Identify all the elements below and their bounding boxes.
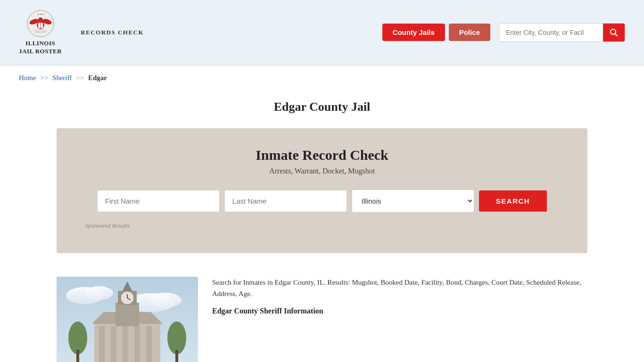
svg-point-2 (38, 17, 43, 22)
header: ★ ★ ★ ILLINOIS JAIL ROSTER RECORDS CHECK… (0, 0, 644, 66)
inmate-card-subtitle: Arrests, Warrant, Docket, Mugshot (85, 167, 559, 175)
svg-point-33 (167, 321, 186, 354)
page-title-area: Edgar County Jail (0, 90, 644, 119)
county-jails-button[interactable]: County Jails (382, 24, 445, 41)
main-nav: County Jails Police (382, 23, 625, 42)
records-check-link[interactable]: RECORDS CHECK (81, 29, 144, 36)
header-search-button[interactable] (603, 24, 625, 41)
svg-text:★ ★ ★: ★ ★ ★ (37, 13, 44, 16)
svg-rect-20 (134, 326, 140, 362)
inmate-search-button[interactable]: SEARCH (479, 190, 547, 212)
svg-point-31 (68, 321, 87, 354)
sponsored-label: Sponsored Results (85, 222, 559, 230)
inmate-search-form: AlabamaAlaskaArizonaArkansasCaliforniaCo… (85, 189, 559, 213)
svg-rect-19 (123, 326, 128, 362)
breadcrumb-sheriff[interactable]: Sheriff (52, 74, 72, 82)
bottom-description: Search for Inmates in Edgar County, IL. … (212, 277, 587, 299)
svg-rect-18 (111, 326, 116, 362)
bottom-section-heading: Edgar County Sheriff Information (212, 305, 587, 317)
police-button[interactable]: Police (449, 24, 490, 41)
svg-rect-34 (175, 350, 178, 362)
page-title: Edgar County Jail (19, 100, 625, 114)
svg-rect-32 (76, 350, 79, 362)
breadcrumb-sep-1: >> (40, 74, 48, 82)
state-select[interactable]: AlabamaAlaskaArizonaArkansasCaliforniaCo… (352, 189, 474, 213)
courthouse-illustration (57, 277, 198, 362)
courthouse-image (57, 277, 198, 362)
last-name-input[interactable] (224, 190, 347, 212)
breadcrumb-sep-2: >> (76, 74, 84, 82)
breadcrumb-home[interactable]: Home (19, 74, 36, 82)
header-search-input[interactable] (499, 24, 603, 41)
inmate-record-card: Inmate Record Check Arrests, Warrant, Do… (57, 128, 587, 253)
svg-point-15 (149, 293, 182, 308)
svg-point-13 (85, 286, 113, 300)
svg-rect-17 (99, 326, 105, 362)
svg-rect-23 (116, 303, 139, 326)
search-icon (610, 28, 618, 37)
site-logo[interactable]: ★ ★ ★ ILLINOIS JAIL ROSTER (19, 9, 62, 56)
svg-line-10 (615, 33, 618, 36)
bottom-section: Search for Inmates in Edgar County, IL. … (0, 263, 644, 362)
header-search-bar (499, 23, 625, 42)
inmate-card-title: Inmate Record Check (85, 147, 559, 163)
site-title: ILLINOIS JAIL ROSTER (19, 40, 62, 56)
svg-rect-21 (146, 326, 152, 362)
breadcrumb: Home >> Sheriff >> Edgar (0, 66, 644, 90)
bottom-text-area: Search for Inmates in Edgar County, IL. … (212, 277, 587, 319)
svg-rect-8 (35, 30, 46, 33)
first-name-input[interactable] (97, 190, 220, 212)
breadcrumb-current: Edgar (88, 74, 107, 82)
illinois-seal-icon: ★ ★ ★ (26, 9, 55, 38)
